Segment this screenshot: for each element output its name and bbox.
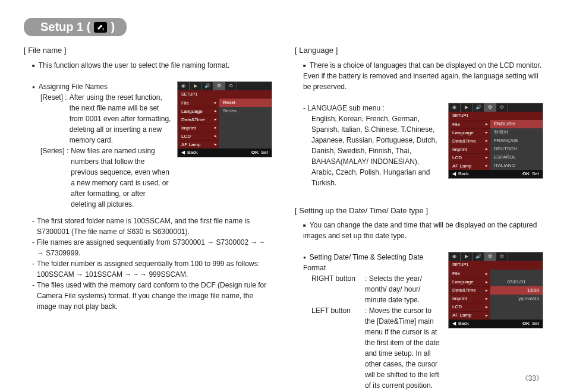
chevron-right-icon: ▸ [215,108,217,115]
left-button-text: : Moves the cursor to the [Date&Time] ma… [365,305,442,391]
lcd-row-label: Date&Time▸ [449,137,490,145]
chevron-right-icon: ▸ [215,133,217,140]
lcd-row-label: Imprint▸ [449,295,490,303]
lcd-tab-row: ◉ ▶ 🔊 ⚙ ⚙ [449,103,543,112]
datetime-intro: You can change the date and time that wi… [295,220,543,241]
language-section: [ Language ] There is a choice of langua… [295,45,543,92]
lcd-row: LCD▸ [178,132,272,140]
lcd-row-value [219,140,272,148]
lcd-row-label: File▸ [178,99,219,107]
chevron-right-icon: ▸ [486,121,488,128]
page-title-bar: Setup 1 ( 1 ) [24,18,543,36]
right-button-def: RIGHT button : Selects the year/ month/ … [295,273,442,305]
sound-icon: 🔊 [472,252,484,261]
lcd-row-value: 13:00 [490,286,543,295]
lcd-row-label: Language▸ [449,278,490,286]
svg-text:1: 1 [102,27,105,31]
left-button-def: LEFT button : Moves the cursor to the [D… [295,305,442,391]
wrench-icon: 1 [94,22,107,33]
lcd-row-value: Series [219,107,272,115]
lcd-screen-lang: ◉ ▶ 🔊 ⚙ ⚙ SETUP1 File▸ENGLISHLanguage▸한국… [448,103,543,179]
lcd-row-label: AF Lamp▸ [449,162,490,170]
lcd-row: Imprint▸DEUTSCH [449,145,543,153]
lcd-row-value [490,303,543,311]
lcd-row-value: Reset [219,99,272,107]
title-tab: Setup 1 ( 1 ) [24,18,127,36]
lcd-row: Imprint▸yy/mm/dd [449,295,543,303]
lcd-header-lang: SETUP1 [449,112,543,121]
lcd-row-label: LCD▸ [449,303,490,311]
note-4: -The files used with the memory card con… [24,280,272,312]
camera-icon: ◉ [449,103,461,112]
lcd-row: Imprint▸ [178,124,272,132]
camera-icon: ◉ [449,252,461,261]
lcd-screen-date: ◉ ▶ 🔊 ⚙ ⚙ SETUP1 File▸Language▸07/01/01D… [448,252,543,328]
reset-label: [Reset] : [40,92,67,146]
lcd-row: Language▸07/01/01 [449,278,543,286]
chevron-right-icon: ▸ [486,146,488,153]
camera-icon: ◉ [178,82,190,90]
lcd-file-name: ◉ ▶ 🔊 ⚙ ⚙ SETUP1 File▸ResetLanguage▸Seri… [177,81,272,158]
datetime-heading: [ Setting up the Date/ Time/ Date type ] [295,205,543,217]
file-name-intro: This function allows the user to select … [24,60,272,71]
language-intro: There is a choice of languages that can … [295,60,543,92]
lcd-row-value: DEUTSCH [490,145,543,153]
chevron-right-icon: ▸ [486,154,488,161]
file-name-section: [ File name ] This function allows the u… [24,45,272,71]
reset-description: [Reset] : After using the reset function… [24,92,171,146]
chevron-right-icon: ▸ [215,100,217,106]
lcd-row: File▸ENGLISH [449,120,543,128]
datetime-section: [ Setting up the Date/ Time/ Date type ]… [295,205,543,242]
lcd-row-value: ITALIANO [490,162,543,170]
lcd-row-label: Language▸ [449,128,490,137]
chevron-right-icon: ▸ [486,279,488,286]
lcd-footer-lang: ◀Back OKSet [449,170,543,178]
lcd-row-value: yy/mm/dd [490,295,543,303]
lcd-footer-date: ◀Back OKSet [449,320,543,328]
play-icon: ▶ [461,252,472,261]
lcd-row-value: FRANÇAIS [490,137,543,145]
lcd-row: AF Lamp▸ [449,311,543,320]
lcd-row-label: Language▸ [178,107,219,115]
note-1: -The first stored folder name is 100SSCA… [24,216,272,237]
chevron-right-icon: ▸ [486,296,488,302]
wrench2-icon: ⚙ [496,252,508,261]
lcd-screen: ◉ ▶ 🔊 ⚙ ⚙ SETUP1 File▸ResetLanguage▸Seri… [177,81,272,158]
chevron-right-icon: ▸ [486,129,488,136]
sound-icon: 🔊 [201,82,213,90]
lcd-row: Date&Time▸ [178,115,272,124]
lcd-row: File▸Reset [178,99,272,107]
lcd-footer: ◀Back OKSet [178,148,272,157]
left-column: [ File name ] This function allows the u… [24,45,272,392]
lcd-row-label: Date&Time▸ [449,286,490,295]
chevron-right-icon: ▸ [215,125,217,131]
back-arrow-icon: ◀ [181,149,185,156]
lcd-tab-row: ◉ ▶ 🔊 ⚙ ⚙ [178,82,272,90]
lcd-row: Language▸한국어 [449,128,543,137]
lcd-row-value [490,270,543,278]
lcd-row-label: LCD▸ [449,153,490,162]
lcd-row-label: AF Lamp▸ [178,140,219,148]
lcd-row-value [219,132,272,140]
note-2: -File names are assigned sequentially fr… [24,237,272,258]
series-text: New files are named using numbers that f… [68,146,171,210]
back-arrow-icon: ◀ [452,320,456,327]
chevron-right-icon: ▸ [486,271,488,277]
lcd-row: AF Lamp▸ [178,140,272,148]
lcd-row-label: Date&Time▸ [178,115,219,124]
lcd-header: SETUP1 [178,90,272,99]
lcd-header-date: SETUP1 [449,261,543,270]
lcd-row: LCD▸ [449,303,543,311]
note-3: -The folder number is assigned sequentia… [24,258,272,280]
content-columns: [ File name ] This function allows the u… [24,45,543,392]
chevron-right-icon: ▸ [486,312,488,319]
lcd-row-label: LCD▸ [178,132,219,140]
wrench1-icon: ⚙ [484,103,496,112]
lcd-row-label: AF Lamp▸ [449,311,490,320]
wrench1-icon: ⚙ [484,252,496,261]
lcd-row: Date&Time▸FRANÇAIS [449,137,543,145]
file-name-heading: [ File name ] [24,45,272,56]
lcd-row-value: ENGLISH [490,120,543,128]
reset-text: After using the reset function, the next… [67,92,171,146]
wrench1-icon: ⚙ [213,82,225,90]
